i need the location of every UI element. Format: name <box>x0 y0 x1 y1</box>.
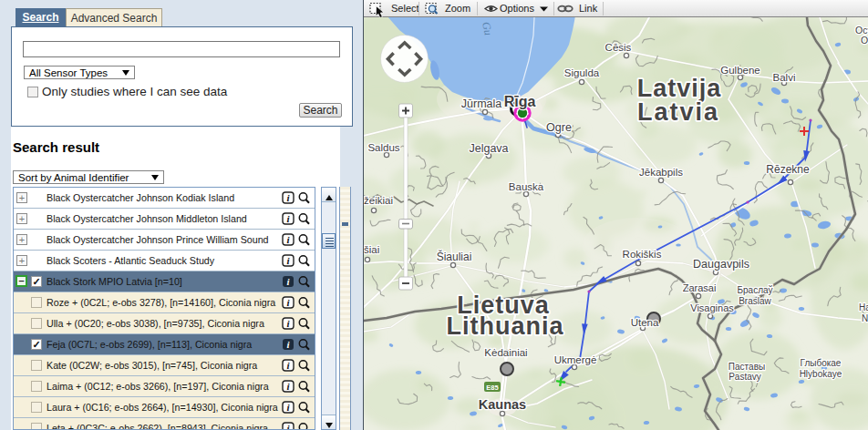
svg-text:Balvi: Balvi <box>773 72 796 83</box>
svg-text:Latvia: Latvia <box>637 98 719 126</box>
svg-text:Jēkabpils: Jēkabpils <box>639 167 683 178</box>
svg-text:Utena: Utena <box>631 317 659 328</box>
svg-text:Daugavpils: Daugavpils <box>693 258 749 271</box>
svg-text:Visaginas: Visaginas <box>690 302 734 313</box>
svg-text:Rīga: Rīga <box>504 94 536 109</box>
svg-text:Pastavy: Pastavy <box>728 372 761 382</box>
svg-text:Глыбокае: Глыбокае <box>801 358 842 368</box>
svg-text:Zarasai: Zarasai <box>683 282 717 293</box>
svg-text:Rokiškis: Rokiškis <box>623 249 662 260</box>
svg-text:Ogre: Ogre <box>546 121 572 134</box>
svg-text:Saldus: Saldus <box>367 142 399 153</box>
svg-text:Kaunas: Kaunas <box>479 397 526 412</box>
svg-text:žeikiai: žeikiai <box>364 195 393 206</box>
svg-text:Nar: Nar <box>862 313 868 323</box>
svg-text:Gulbene: Gulbene <box>720 65 760 76</box>
svg-text:šiai: šiai <box>364 244 379 255</box>
svg-text:Hlybokaye: Hlybokaye <box>800 369 842 379</box>
svg-text:Sigulda: Sigulda <box>564 67 600 78</box>
svg-text:Šiauliai: Šiauliai <box>437 250 472 263</box>
svg-text:Bauska: Bauska <box>509 181 544 192</box>
svg-text:Нар: Нар <box>859 302 868 312</box>
svg-text:Kėdainiai: Kėdainiai <box>484 347 527 358</box>
svg-text:Jelgava: Jelgava <box>469 142 508 155</box>
svg-text:Ost: Ost <box>861 35 868 46</box>
svg-text:E85: E85 <box>486 384 498 392</box>
svg-text:Rēzekne: Rēzekne <box>766 163 810 176</box>
svg-text:Браслаў: Браслаў <box>737 285 772 295</box>
svg-text:Паставы: Паставы <box>728 362 765 372</box>
svg-text:Jūrmala: Jūrmala <box>461 97 502 110</box>
svg-text:Braslaw: Braslaw <box>739 296 771 306</box>
svg-text:Cēsis: Cēsis <box>605 42 632 53</box>
svg-text:Lithuania: Lithuania <box>447 312 564 340</box>
svg-text:Ukmergė: Ukmergė <box>554 354 597 365</box>
svg-text:Gu: Gu <box>480 21 495 36</box>
